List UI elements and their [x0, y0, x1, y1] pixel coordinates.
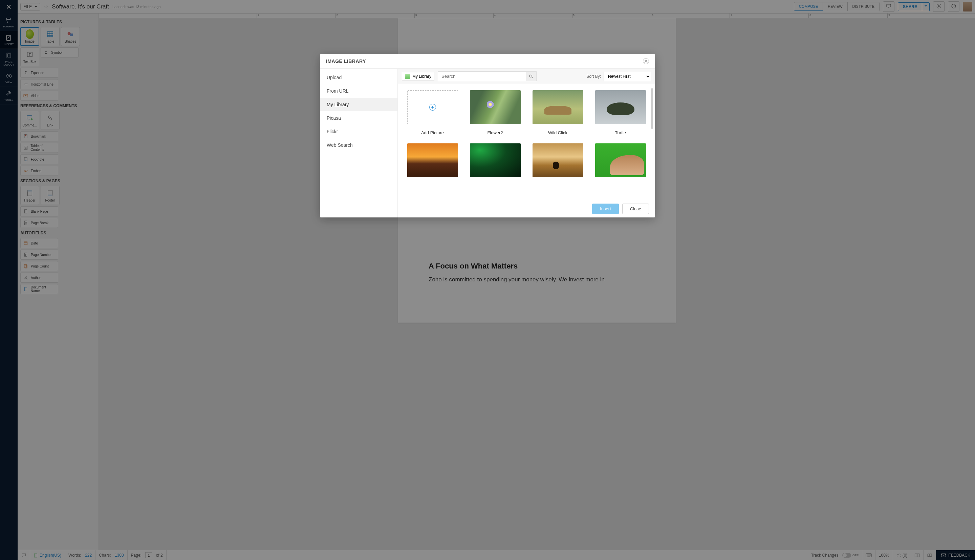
add-picture-label: Add Picture — [421, 130, 444, 135]
modal-gallery[interactable]: + Add Picture Flower2 Wild Click — [398, 84, 655, 200]
thumb-flower2 — [470, 90, 521, 124]
thumb-squirrel — [595, 143, 646, 177]
mnav-upload[interactable]: Upload — [320, 71, 398, 84]
modal-toolbar: My Library Sort By: Newest First — [398, 68, 655, 84]
sort-by-select[interactable]: Newest First — [604, 72, 651, 81]
mnav-my-library[interactable]: My Library — [320, 98, 398, 111]
sort-by-label: Sort By: — [586, 74, 601, 79]
close-button[interactable]: Close — [622, 203, 649, 214]
thumb-turtle — [595, 90, 646, 124]
modal-search — [438, 72, 537, 81]
thumb-fern — [470, 143, 521, 177]
gallery-item-wild-click[interactable]: Wild Click — [531, 90, 584, 135]
mnav-picasa[interactable]: Picasa — [320, 111, 398, 125]
image-library-modal: IMAGE LIBRARY Upload From URL My Library… — [320, 54, 655, 217]
gallery-item-squirrel[interactable] — [594, 143, 647, 177]
modal-overlay[interactable]: IMAGE LIBRARY Upload From URL My Library… — [0, 0, 975, 560]
add-picture-tile[interactable]: + Add Picture — [406, 90, 459, 135]
gallery-item-flower2[interactable]: Flower2 — [468, 90, 522, 135]
plus-icon: + — [429, 104, 436, 111]
mnav-from-url[interactable]: From URL — [320, 84, 398, 98]
mnav-web-search[interactable]: Web Search — [320, 138, 398, 152]
thumb-wild-click — [532, 90, 583, 124]
insert-button[interactable]: Insert — [592, 203, 619, 214]
thumb-sunset — [407, 143, 458, 177]
gallery-item-turtle[interactable]: Turtle — [594, 90, 647, 135]
breadcrumb[interactable]: My Library — [402, 72, 434, 81]
modal-title: IMAGE LIBRARY — [326, 58, 366, 64]
mnav-flickr[interactable]: Flickr — [320, 125, 398, 138]
modal-close-button[interactable] — [643, 58, 649, 64]
search-input[interactable] — [438, 72, 526, 81]
thumb-deer — [532, 143, 583, 177]
gallery-item-fern[interactable] — [468, 143, 522, 177]
gallery-item-deer[interactable] — [531, 143, 584, 177]
picture-icon — [405, 74, 410, 79]
gallery-scrollbar[interactable] — [651, 87, 654, 197]
modal-nav: Upload From URL My Library Picasa Flickr… — [320, 68, 398, 217]
svg-point-38 — [530, 75, 532, 77]
gallery-item-sunset[interactable] — [406, 143, 459, 177]
search-button[interactable] — [526, 72, 536, 81]
